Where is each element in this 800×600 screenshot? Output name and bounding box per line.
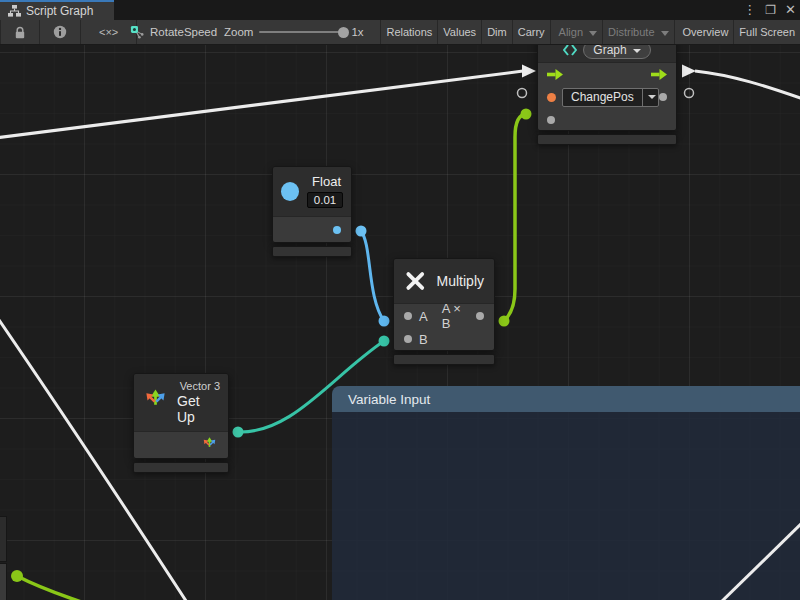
unity-script-graph-window: Script Graph ⋮ ❐ ✕ bbox=[0, 0, 800, 600]
port-label-a: A bbox=[419, 309, 428, 324]
value-output-port[interactable] bbox=[659, 93, 667, 101]
zoom-value: 1x bbox=[351, 26, 363, 38]
node-float[interactable]: Float 0.01 bbox=[272, 166, 352, 257]
breadcrumb[interactable]: RotateSpeed bbox=[130, 20, 217, 44]
distribute-dropdown[interactable]: Distribute bbox=[603, 20, 674, 44]
multiply-icon bbox=[404, 269, 427, 293]
wire-end-dot bbox=[11, 570, 23, 582]
node-offscreen-left[interactable] bbox=[0, 516, 7, 600]
close-icon[interactable]: ✕ bbox=[785, 0, 796, 20]
wire-multiply-to-event[interactable] bbox=[504, 114, 526, 321]
zoom-slider-knob[interactable] bbox=[338, 27, 349, 38]
flow-output-port[interactable] bbox=[651, 69, 667, 80]
node-footer bbox=[272, 246, 352, 257]
wire-float-to-multiply[interactable] bbox=[361, 231, 384, 321]
graph-teal-icon bbox=[563, 45, 577, 56]
node-vector3-get-up[interactable]: Vector 3 Get Up bbox=[133, 373, 229, 473]
port-label-b: B bbox=[419, 332, 428, 347]
chevron-down-icon bbox=[661, 31, 669, 36]
script-graph-tab-icon bbox=[8, 5, 21, 17]
wire-end-dot bbox=[379, 336, 390, 347]
node-header bbox=[0, 516, 7, 562]
wire-end-dot bbox=[233, 427, 244, 438]
maximize-icon[interactable]: ❐ bbox=[765, 0, 776, 20]
node-body bbox=[0, 563, 7, 600]
flow-port-row bbox=[538, 63, 676, 85]
vector3-node-title: Get Up bbox=[177, 393, 220, 425]
lock-icon bbox=[14, 26, 26, 39]
zoom-slider[interactable] bbox=[259, 31, 345, 33]
port-ring-left[interactable] bbox=[518, 89, 527, 98]
graph-canvas[interactable]: Variable Input bbox=[0, 45, 800, 600]
multiply-input-b-port[interactable] bbox=[404, 335, 412, 343]
wire-flow-in[interactable] bbox=[0, 71, 523, 138]
chevron-down-icon bbox=[633, 49, 641, 53]
vector3-output-port[interactable] bbox=[201, 437, 218, 454]
overview-button[interactable]: Overview bbox=[678, 20, 735, 44]
changepos-dropdown[interactable]: ChangePos bbox=[562, 88, 659, 107]
node-event-changepos[interactable]: Graph bbox=[537, 45, 677, 145]
flow-input-port[interactable] bbox=[547, 69, 563, 80]
wire-green-bottom-left[interactable] bbox=[17, 576, 84, 600]
node-footer bbox=[537, 134, 677, 145]
carry-button[interactable]: Carry bbox=[513, 20, 551, 44]
info-button[interactable] bbox=[40, 20, 81, 44]
node-multiply[interactable]: Multiply A A × B B bbox=[393, 258, 495, 365]
vector3-type-label: Vector 3 bbox=[180, 380, 220, 392]
full-screen-button[interactable]: Full Screen bbox=[734, 20, 800, 44]
lock-button[interactable] bbox=[0, 20, 40, 44]
wire-end-dot bbox=[499, 316, 510, 327]
graph-toolbar: <×> RotateSpeed Zoom 1x Relations Value bbox=[0, 20, 800, 45]
multiply-node-title: Multiply bbox=[437, 273, 484, 289]
float-output-port[interactable] bbox=[333, 226, 341, 234]
values-button[interactable]: Values bbox=[438, 20, 482, 44]
wire-arrowhead-in bbox=[522, 65, 536, 78]
graph-source-dropdown[interactable]: Graph bbox=[583, 45, 650, 59]
wire-end-dot bbox=[521, 109, 532, 120]
tab-script-graph[interactable]: Script Graph bbox=[0, 0, 114, 20]
breadcrumb-label: RotateSpeed bbox=[150, 26, 217, 38]
float-node-title: Float bbox=[312, 174, 343, 189]
value-port-row-2 bbox=[538, 109, 676, 130]
value-port-row: ChangePos bbox=[538, 85, 676, 109]
window-tab-bar: Script Graph ⋮ ❐ ✕ bbox=[0, 0, 800, 20]
multiply-output-port[interactable] bbox=[476, 312, 484, 320]
float-type-icon bbox=[281, 182, 299, 201]
code-icon: <×> bbox=[99, 26, 118, 38]
window-menu-icon[interactable]: ⋮ bbox=[743, 0, 756, 20]
tab-title: Script Graph bbox=[26, 4, 93, 18]
multiply-input-a-port[interactable] bbox=[404, 312, 412, 320]
dim-button[interactable]: Dim bbox=[482, 20, 513, 44]
group-panel-header[interactable]: Variable Input bbox=[332, 386, 800, 412]
group-panel-variable-input[interactable]: Variable Input bbox=[332, 386, 800, 600]
port-ring-right[interactable] bbox=[685, 89, 694, 98]
align-dropdown[interactable]: Align bbox=[554, 20, 603, 44]
value-input-port[interactable] bbox=[547, 93, 556, 102]
wire-arrowhead-out bbox=[682, 65, 696, 78]
node-footer bbox=[133, 462, 229, 473]
zoom-label: Zoom bbox=[224, 26, 253, 38]
port-label-result: A × B bbox=[442, 301, 469, 331]
relations-button[interactable]: Relations bbox=[380, 20, 438, 44]
wire-end-dot bbox=[356, 226, 367, 237]
wire-end-dot bbox=[379, 316, 390, 327]
chevron-down-icon bbox=[642, 89, 659, 106]
code-preview-button[interactable]: <×> bbox=[81, 20, 137, 44]
chevron-down-icon bbox=[589, 31, 597, 36]
node-footer bbox=[393, 354, 495, 365]
graph-asset-icon bbox=[130, 25, 145, 40]
value-input-port-2[interactable] bbox=[547, 116, 555, 124]
group-panel-body bbox=[332, 412, 800, 600]
wire-flow-out[interactable] bbox=[695, 71, 800, 99]
vector3-icon bbox=[142, 389, 169, 416]
float-value-field[interactable]: 0.01 bbox=[307, 192, 343, 208]
group-panel-title: Variable Input bbox=[348, 392, 430, 407]
info-icon bbox=[53, 25, 67, 39]
